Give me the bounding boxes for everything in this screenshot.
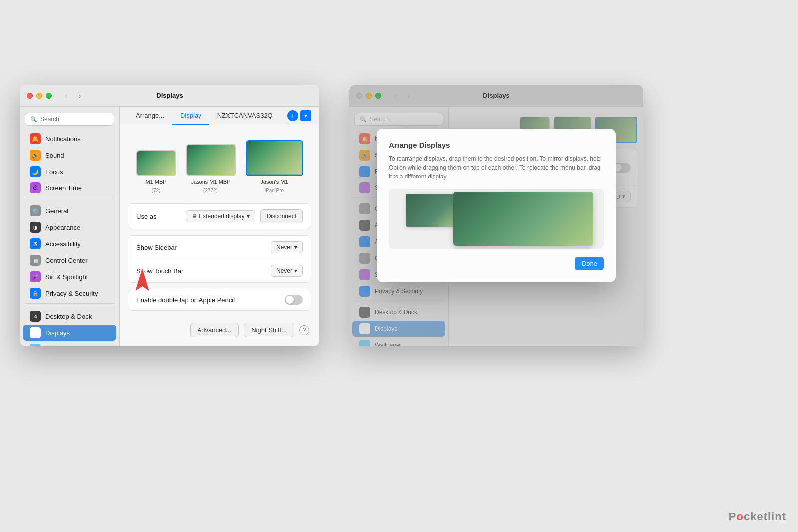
sidebar-item-label: General: [45, 207, 68, 215]
sidebar-item-label: Focus: [45, 168, 63, 176]
dialog-title: Arrange Displays: [389, 141, 604, 149]
display-thumbnail-jasons-mbp: [186, 144, 236, 176]
sidebar-item-label: Privacy & Security: [45, 290, 98, 297]
use-as-value: 🖥: [191, 213, 197, 220]
search-input[interactable]: [40, 116, 109, 123]
tab-display[interactable]: Display: [172, 107, 209, 125]
show-sidebar-dropdown[interactable]: Never ▾: [271, 241, 303, 253]
show-sidebar-value: Never: [276, 244, 292, 251]
sidebar-item-focus[interactable]: 🌙 Focus: [23, 164, 116, 179]
displays-grid: M1 MBP (72) Jasons M1 MBP (2772): [120, 125, 319, 203]
sidebar-item-notifications[interactable]: 🔔 Notifications: [23, 131, 116, 147]
add-display-button[interactable]: +: [287, 110, 298, 121]
display-item-ipad[interactable]: Jason's M1 iPad Pro: [246, 140, 303, 193]
appearance-icon: ◑: [30, 222, 41, 233]
search-bar[interactable]: 🔍: [25, 113, 114, 126]
display-label-jasons-mbp: Jasons M1 MBP: [191, 179, 230, 185]
settings-section-sidebar: Show Sidebar Never ▾ Show Touch Bar Neve…: [128, 235, 311, 283]
done-button[interactable]: Done: [575, 257, 604, 270]
title-bar-primary: ‹ › Displays: [20, 85, 319, 107]
secondary-window: ‹ › Displays 🔍 Search 🔔 Notifications 🔊: [349, 85, 643, 346]
sidebar-item-wallpaper[interactable]: 🖼 Wallpaper: [23, 341, 116, 346]
settings-row-touch-bar: Show Touch Bar Never ▾: [128, 259, 311, 282]
watermark: Pocketlint: [729, 510, 786, 523]
desktop-dock-icon: 🖥: [30, 311, 41, 322]
close-button[interactable]: [27, 93, 33, 99]
disconnect-button[interactable]: Disconnect: [260, 209, 303, 223]
show-touch-bar-dropdown[interactable]: Never ▾: [271, 265, 303, 277]
advanced-button[interactable]: Advanced...: [190, 323, 239, 337]
control-center-icon: ▦: [30, 255, 41, 266]
display-label-ipad: Jason's M1: [260, 179, 288, 185]
nav-arrows: ‹ ›: [60, 90, 86, 102]
display-thumbnail-ipad: [246, 140, 303, 176]
traffic-lights-primary: [27, 93, 52, 99]
sidebar-item-label: Appearance: [45, 224, 80, 231]
search-icon: 🔍: [30, 116, 37, 123]
sidebar-item-screen-time[interactable]: ⏱ Screen Time: [23, 180, 116, 196]
dialog-body: To rearrange displays, drag them to the …: [389, 154, 604, 181]
sidebar-item-displays[interactable]: 🖥 Displays: [23, 325, 116, 341]
wallpaper-icon: 🖼: [30, 344, 41, 346]
minimize-button[interactable]: [36, 93, 42, 99]
display-item-m1mbp[interactable]: M1 MBP (72): [136, 150, 176, 193]
sidebar-item-label: Displays: [45, 329, 70, 337]
sidebar-item-label: Siri & Spotlight: [45, 273, 88, 281]
use-as-dropdown[interactable]: 🖥 Extended display ▾: [186, 210, 255, 222]
back-arrow[interactable]: ‹: [60, 90, 72, 102]
display-sublabel-m1mbp: (72): [152, 188, 161, 193]
notifications-icon: 🔔: [30, 133, 41, 144]
sound-icon: 🔊: [30, 150, 41, 161]
dialog-preview: [389, 189, 604, 249]
dialog-preview-display-main: [453, 192, 594, 246]
tabs-row: Arrange... Display NZXTCANVAS32Q + ▾: [120, 107, 319, 125]
screen-time-icon: ⏱: [30, 182, 41, 193]
tab-arrange[interactable]: Arrange...: [128, 107, 172, 125]
settings-section-use-as: Use as 🖥 Extended display ▾ Disconnect: [128, 203, 311, 229]
sidebar-item-control-center[interactable]: ▦ Control Center: [23, 252, 116, 268]
night-shift-button[interactable]: Night Shift...: [244, 323, 294, 337]
settings-section-double-tap: Enable double tap on Apple Pencil: [128, 289, 311, 311]
settings-row-use-as: Use as 🖥 Extended display ▾ Disconnect: [128, 204, 311, 229]
general-icon: ⚙️: [30, 205, 41, 216]
show-touch-bar-value: Never: [276, 267, 292, 274]
sidebar-item-label: Accessibility: [45, 240, 81, 248]
sidebar-item-label: Wallpaper: [45, 346, 74, 347]
window-title-primary: Displays: [156, 92, 183, 99]
accessibility-icon: ♿: [30, 238, 41, 249]
show-touch-bar-label: Show Touch Bar: [136, 267, 266, 275]
double-tap-toggle[interactable]: [285, 295, 303, 305]
sidebar-item-siri-spotlight[interactable]: 🎤 Siri & Spotlight: [23, 269, 116, 285]
dialog-overlay: Arrange Displays To rearrange displays, …: [349, 85, 643, 346]
forward-arrow[interactable]: ›: [74, 90, 86, 102]
chevron-down-icon: ▾: [247, 213, 250, 220]
settings-row-double-tap: Enable double tap on Apple Pencil: [128, 289, 311, 310]
sidebar-item-general[interactable]: ⚙️ General: [23, 203, 116, 219]
double-tap-label: Enable double tap on Apple Pencil: [136, 296, 280, 304]
focus-icon: 🌙: [30, 166, 41, 177]
display-sublabel-ipad: iPad Pro: [265, 188, 284, 193]
sidebar-item-desktop-dock[interactable]: 🖥 Desktop & Dock: [23, 308, 116, 324]
sidebar-item-label: Sound: [45, 152, 64, 159]
primary-window: ‹ › Displays 🔍 🔔 Notifications 🔊 Sound: [20, 85, 319, 346]
sidebar-item-label: Screen Time: [45, 184, 82, 192]
displays-icon: 🖥: [30, 327, 41, 338]
help-button[interactable]: ?: [299, 325, 309, 335]
display-item-jasons-mbp[interactable]: Jasons M1 MBP (2772): [186, 144, 236, 193]
sidebar-item-label: Desktop & Dock: [45, 313, 92, 320]
sidebar-item-privacy-security[interactable]: 🔒 Privacy & Security: [23, 285, 116, 301]
show-sidebar-label: Show Sidebar: [136, 244, 266, 251]
tab-nzxt[interactable]: NZXTCANVAS32Q: [209, 107, 281, 125]
maximize-button[interactable]: [46, 93, 52, 99]
display-label-m1mbp: M1 MBP: [145, 179, 166, 185]
preview-screen: [453, 192, 594, 246]
display-thumbnail-m1mbp: [136, 150, 176, 176]
privacy-icon: 🔒: [30, 288, 41, 299]
window-body-primary: 🔍 🔔 Notifications 🔊 Sound 🌙 Focus ⏱: [20, 107, 319, 346]
display-options-button[interactable]: ▾: [300, 110, 311, 121]
sidebar-item-appearance[interactable]: ◑ Appearance: [23, 219, 116, 235]
sidebar-item-sound[interactable]: 🔊 Sound: [23, 147, 116, 163]
display-sublabel-jasons-mbp: (2772): [203, 188, 218, 193]
sidebar-item-accessibility[interactable]: ♿ Accessibility: [23, 236, 116, 252]
sidebar-item-label: Control Center: [45, 257, 88, 264]
